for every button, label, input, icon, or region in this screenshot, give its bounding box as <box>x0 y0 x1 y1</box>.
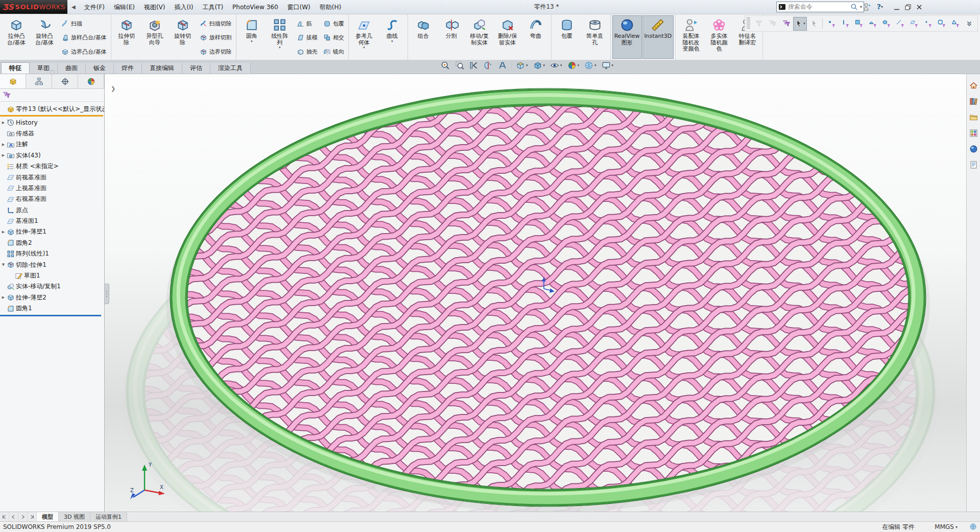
assembly-random-color-button[interactable]: 装配体 随机改 变颜色 <box>677 15 705 59</box>
tree-item-14[interactable]: 草图1 <box>0 270 104 281</box>
flyout-tree-chevron-icon[interactable]: ❯ <box>111 85 115 92</box>
lofted-boss-base-button[interactable]: 放样凸台/基体 <box>59 31 109 44</box>
combine-button[interactable]: 组合 <box>410 15 437 59</box>
intersect-button[interactable]: 相交 <box>321 31 347 44</box>
tree-expand-icon[interactable]: ▶ <box>0 295 7 299</box>
tree-item-1[interactable]: 传感器 <box>0 128 104 139</box>
section-view-button[interactable] <box>481 58 495 73</box>
move-copy-bodies-button[interactable]: 移动/复 制实体 <box>466 15 493 59</box>
tree-expand-icon[interactable]: ▶ <box>0 121 7 125</box>
filter-sketch-segments-button[interactable] <box>948 17 962 31</box>
clear-all-filters-button[interactable] <box>752 17 766 31</box>
ribbon-tab-2[interactable]: 曲面 <box>58 63 86 74</box>
menu-item-5[interactable]: PhotoView 360 <box>228 1 282 14</box>
web-status-icon[interactable] <box>969 523 977 530</box>
doc-tab-nav-next-button[interactable] <box>18 512 28 521</box>
ribbon-tab-3[interactable]: 钣金 <box>86 63 114 74</box>
minimize-button[interactable] <box>891 0 902 14</box>
more-filters-button[interactable] <box>962 17 976 31</box>
tree-expand-icon[interactable]: ▶ <box>0 143 7 147</box>
displaymanager-tab[interactable] <box>78 74 104 88</box>
tree-expand-icon[interactable]: ▶ <box>0 153 7 157</box>
close-button[interactable] <box>914 0 925 14</box>
tree-item-2[interactable]: ▶注解 <box>0 139 104 150</box>
multibody-random-color-button[interactable]: 多实体 随机颜 色 <box>705 15 733 59</box>
hide-show-items-button[interactable]: ▾ <box>547 58 565 73</box>
curves-dropdown-icon[interactable]: ▾ <box>391 40 393 43</box>
tree-expand-icon[interactable]: ▶ <box>0 230 7 234</box>
command-search[interactable]: 搜索命令 ▾ <box>776 2 864 12</box>
toolbar-grip[interactable] <box>747 17 750 30</box>
view-settings-button[interactable]: ▾ <box>599 58 616 73</box>
menu-item-4[interactable]: 工具(T) <box>198 1 228 14</box>
login-user-icon[interactable] <box>862 2 872 12</box>
tree-item-12[interactable]: 阵列(线性)1 <box>0 248 104 259</box>
ribbon-tab-0[interactable]: 特征 <box>1 62 30 74</box>
fillet-dropdown-icon[interactable]: ▾ <box>251 40 253 43</box>
search-icon[interactable] <box>850 3 858 11</box>
view-orientation-button[interactable]: ▾ <box>513 58 531 73</box>
design-library-button[interactable] <box>967 95 979 107</box>
tree-item-4[interactable]: 材质 <未指定> <box>0 161 104 172</box>
wrap-button[interactable]: 包覆 <box>321 17 347 31</box>
dynamic-annotation-views-button[interactable] <box>495 58 510 73</box>
clear-selected-filters-button[interactable] <box>766 17 779 31</box>
reference-geometry-dropdown-icon[interactable]: ▾ <box>363 46 365 50</box>
doc-tab-nav-prev-button[interactable] <box>9 512 18 521</box>
swept-boss-base-button[interactable]: 扫描 <box>59 17 109 31</box>
menu-item-1[interactable]: 编辑(E) <box>109 1 139 14</box>
curves-button[interactable]: 曲线▾ <box>378 15 406 59</box>
filter-contours-button[interactable] <box>935 17 948 31</box>
tree-root[interactable]: 零件13 (默认<<默认>_显示状态 1>) <box>0 104 104 114</box>
menu-item-2[interactable]: 视图(V) <box>139 1 170 14</box>
swept-cut-button[interactable]: 扫描切除 <box>197 17 234 31</box>
shell-button[interactable]: 抽壳 <box>294 45 320 59</box>
delete-keep-bodies-button[interactable]: 删除/保 留实体 <box>494 15 521 59</box>
toggle-selection-filters-button[interactable] <box>779 17 793 31</box>
flex-button[interactable]: 弯曲 <box>522 15 549 59</box>
extruded-boss-base-button[interactable]: 拉伸凸 台/基体 <box>3 15 30 59</box>
tree-item-0[interactable]: ▶History <box>0 117 104 128</box>
tree-item-7[interactable]: 右视基准面 <box>0 194 104 204</box>
doc-tab-2[interactable]: 运动算例1 <box>90 512 127 521</box>
boundary-cut-button[interactable]: 边界切除 <box>197 45 234 59</box>
lofted-cut-button[interactable]: 放样切割 <box>197 31 234 44</box>
ribbon-tab-5[interactable]: 直接编辑 <box>142 63 182 74</box>
zoom-to-fit-button[interactable] <box>438 58 452 73</box>
menu-item-0[interactable]: 文件(F) <box>80 1 109 14</box>
wrap-feature-button[interactable]: 包覆 <box>553 15 581 59</box>
units-selector[interactable]: MMGS▾ <box>935 523 958 530</box>
doc-tab-nav-first-button[interactable] <box>0 512 9 521</box>
tree-item-10[interactable]: ▶拉伸-薄壁1 <box>0 226 104 237</box>
zoom-to-area-button[interactable] <box>452 58 467 73</box>
doc-tab-0[interactable]: 模型 <box>37 512 59 521</box>
freeze-bar[interactable] <box>0 115 103 117</box>
doc-tab-nav-last-button[interactable] <box>28 512 37 521</box>
tree-item-6[interactable]: 上视基准面 <box>0 183 104 194</box>
filter-vertices-button[interactable] <box>824 17 838 31</box>
tree-expand-icon[interactable]: ▼ <box>0 263 7 267</box>
rollback-bar[interactable] <box>0 315 101 316</box>
linear-pattern-button[interactable]: 线性阵 列▾ <box>266 15 294 59</box>
menu-item-7[interactable]: 帮助(H) <box>315 1 346 14</box>
ribbon-tab-6[interactable]: 评估 <box>182 63 210 74</box>
simple-hole-button[interactable]: 简单直 孔 <box>581 15 609 59</box>
tree-item-15[interactable]: 实体-移动/复制1 <box>0 281 104 292</box>
revolved-cut-button[interactable]: 旋转切 除 <box>169 15 197 59</box>
model-canvas[interactable] <box>105 74 966 512</box>
ribbon-tab-4[interactable]: 焊件 <box>114 63 142 74</box>
menu-pin-arrow-icon[interactable]: ◀ <box>67 4 80 10</box>
fillet-button[interactable]: 圆角▾ <box>238 15 266 59</box>
file-explorer-button[interactable] <box>967 111 979 123</box>
tree-item-3[interactable]: ▶实体(43) <box>0 150 104 161</box>
linear-pattern-dropdown-icon[interactable]: ▾ <box>279 46 281 50</box>
help-button[interactable]: ?▾ <box>875 2 885 12</box>
doc-tab-1[interactable]: 3D 视图 <box>59 512 90 521</box>
view-palette-button[interactable] <box>967 127 979 139</box>
apply-scene-button[interactable]: ▾ <box>582 58 599 73</box>
ribbon-tab-7[interactable]: 渲染工具 <box>210 63 251 74</box>
draft-button[interactable]: 拔模 <box>294 31 320 44</box>
filter-solid-bodies-button[interactable] <box>879 17 893 31</box>
dimxpertmanager-tab[interactable] <box>52 74 78 88</box>
filter-faces-button[interactable] <box>852 17 866 31</box>
